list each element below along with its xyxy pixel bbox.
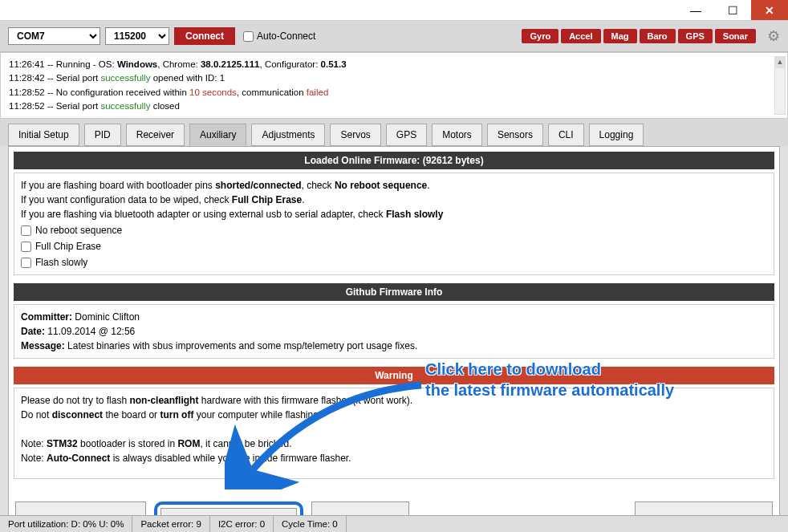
tab-gps[interactable]: GPS xyxy=(386,124,427,146)
log-line: 11:28:42 -- Serial port successfully ope… xyxy=(9,71,779,85)
sensor-accel: Accel xyxy=(561,29,600,43)
firmware-header: Loaded Online Firmware: (92612 bytes) xyxy=(14,152,774,169)
tab-logging[interactable]: Logging xyxy=(589,124,644,146)
autoconnect-checkbox[interactable] xyxy=(243,31,254,42)
sensor-sonar: Sonar xyxy=(715,29,756,43)
sensor-mag: Mag xyxy=(603,29,637,43)
flash-info-panel: If you are flashing board with bootloade… xyxy=(14,173,774,275)
tab-initial-setup[interactable]: Initial Setup xyxy=(8,124,79,146)
port-select[interactable]: COM7 xyxy=(8,27,100,45)
status-port-utilization: Port utilization: D: 0% U: 0% xyxy=(0,516,132,532)
status-i2c-error: I2C error: 0 xyxy=(210,516,274,532)
full-chip-erase-checkbox[interactable] xyxy=(21,242,31,252)
main-content: Loaded Online Firmware: (92612 bytes) If… xyxy=(8,146,780,532)
tab-cli[interactable]: CLI xyxy=(548,124,584,146)
sensor-gps: GPS xyxy=(678,29,713,43)
gear-icon[interactable]: ⚙ xyxy=(767,27,780,45)
tab-receiver[interactable]: Receiver xyxy=(126,124,185,146)
maximize-button[interactable]: ☐ xyxy=(714,0,751,20)
github-info-panel: Committer: Dominic Clifton Date: 11.09.2… xyxy=(14,304,774,359)
tab-adjustments[interactable]: Adjustments xyxy=(251,124,325,146)
sensor-baro: Baro xyxy=(640,29,676,43)
status-packet-error: Packet error: 9 xyxy=(132,516,209,532)
log-line: 11:26:41 -- Running - OS: Windows, Chrom… xyxy=(9,58,779,71)
tab-motors[interactable]: Motors xyxy=(432,124,482,146)
sensor-badges: Gyro Accel Mag Baro GPS Sonar xyxy=(522,29,756,43)
status-cycle-time: Cycle Time: 0 xyxy=(274,516,347,532)
flash-slowly-label: Flash slowly xyxy=(35,255,87,270)
log-line: 11:28:52 -- Serial port successfully clo… xyxy=(9,99,779,113)
close-button[interactable]: ✕ xyxy=(751,0,788,20)
github-header: Github Firmware Info xyxy=(14,283,774,301)
top-toolbar: COM7 115200 Connect Auto-Connect Gyro Ac… xyxy=(0,21,788,52)
tab-bar: Initial Setup PID Receiver Auxiliary Adj… xyxy=(0,119,788,146)
baud-select[interactable]: 115200 xyxy=(105,27,169,45)
window-titlebar: — ☐ ✕ xyxy=(0,0,788,21)
autoconnect-label: Auto-Connect xyxy=(257,30,315,42)
sensor-gyro: Gyro xyxy=(522,29,559,43)
full-chip-erase-label: Full Chip Erase xyxy=(35,239,101,254)
tab-servos[interactable]: Servos xyxy=(330,124,380,146)
log-line: 11:28:52 -- No configuration received wi… xyxy=(9,86,779,99)
tab-pid[interactable]: PID xyxy=(84,124,121,146)
tab-sensors[interactable]: Sensors xyxy=(487,124,543,146)
warning-header: Warning xyxy=(14,367,774,384)
warning-panel: Please do not try to flash non-cleanflig… xyxy=(14,388,774,479)
tab-auxiliary[interactable]: Auxiliary xyxy=(189,124,246,146)
no-reboot-label: No reboot sequence xyxy=(35,223,122,238)
scroll-up-icon[interactable]: ▲ xyxy=(775,57,785,68)
no-reboot-checkbox[interactable] xyxy=(21,225,31,236)
status-bar: Port utilization: D: 0% U: 0% Packet err… xyxy=(0,515,788,532)
minimize-button[interactable]: — xyxy=(677,0,714,20)
log-area: 11:26:41 -- Running - OS: Windows, Chrom… xyxy=(0,52,788,119)
autoconnect-checkbox-wrap[interactable]: Auto-Connect xyxy=(243,30,315,42)
connect-button[interactable]: Connect xyxy=(174,27,235,45)
flash-slowly-checkbox[interactable] xyxy=(21,258,31,268)
log-scrollbar[interactable]: ▲ xyxy=(774,56,786,115)
